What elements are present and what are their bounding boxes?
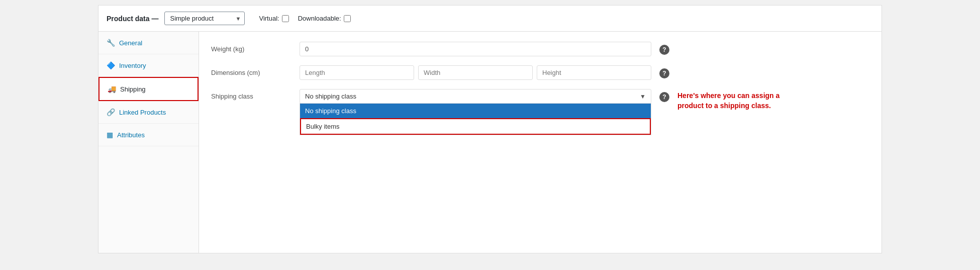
dimensions-group: [300, 65, 651, 80]
virtual-checkbox-item: Virtual:: [259, 15, 288, 22]
weight-label: Weight (kg): [211, 42, 291, 53]
shipping-class-dropdown-list: No shipping class Bulky items: [300, 103, 651, 135]
diamond-icon: 🔷: [107, 61, 115, 69]
shipping-class-control: No shipping class ▼ No shipping class Bu…: [300, 89, 651, 104]
header-checkboxes: Virtual: Downloadable:: [259, 15, 350, 22]
dimensions-row: Dimensions (cm) ?: [211, 65, 869, 80]
downloadable-label: Downloadable:: [298, 15, 341, 22]
shipping-class-row: Shipping class No shipping class ▼ No sh…: [211, 89, 869, 111]
weight-control: [300, 42, 651, 56]
downloadable-checkbox-item: Downloadable:: [298, 15, 351, 22]
weight-help-icon[interactable]: ?: [659, 45, 669, 55]
dropdown-option-no-shipping[interactable]: No shipping class: [300, 104, 651, 118]
dropdown-option-bulky[interactable]: Bulky items: [300, 118, 651, 135]
dimensions-control: [300, 65, 651, 80]
product-type-select-wrap[interactable]: Simple product ▼: [164, 12, 245, 25]
height-input[interactable]: [537, 65, 651, 80]
sidebar-item-general[interactable]: 🔧 General: [99, 32, 199, 54]
sidebar-item-label-general: General: [119, 39, 142, 47]
sidebar-item-label-shipping: Shipping: [120, 85, 146, 93]
shipping-class-help-icon[interactable]: ?: [659, 92, 669, 102]
sidebar-item-label-linked-products: Linked Products: [119, 109, 166, 116]
dimensions-label: Dimensions (cm): [211, 65, 291, 76]
product-type-select[interactable]: Simple product: [164, 12, 245, 25]
virtual-label: Virtual:: [259, 15, 279, 22]
wrench-icon: 🔧: [107, 39, 115, 47]
downloadable-checkbox[interactable]: [344, 15, 351, 22]
product-data-title: Product data —: [107, 15, 158, 23]
sidebar-item-label-inventory: Inventory: [119, 62, 146, 69]
width-input[interactable]: [418, 65, 533, 80]
sidebar-item-label-attributes: Attributes: [117, 131, 145, 139]
shipping-class-selected-value: No shipping class: [305, 93, 356, 100]
link-icon: 🔗: [107, 108, 115, 116]
sidebar-item-attributes[interactable]: ▦ Attributes: [99, 124, 199, 146]
weight-input[interactable]: [300, 42, 651, 56]
dimensions-help-icon[interactable]: ?: [659, 68, 669, 78]
product-data-panel: Product data — Simple product ▼ Virtual:…: [98, 5, 882, 253]
virtual-checkbox[interactable]: [282, 15, 289, 22]
content-panel: Weight (kg) ? Dimensions (cm) ?: [199, 32, 881, 253]
main-content: 🔧 General 🔷 Inventory 🚚 Shipping 🔗 Linke…: [99, 32, 881, 253]
grid-icon: ▦: [107, 131, 113, 139]
truck-icon: 🚚: [108, 85, 116, 93]
shipping-class-annotation: Here's where you can assign a product to…: [677, 91, 788, 111]
sidebar-item-inventory[interactable]: 🔷 Inventory: [99, 54, 199, 77]
sidebar-item-linked-products[interactable]: 🔗 Linked Products: [99, 101, 199, 124]
shipping-class-label: Shipping class: [211, 89, 291, 100]
length-input[interactable]: [300, 65, 414, 80]
weight-row: Weight (kg) ?: [211, 42, 869, 56]
sidebar-item-shipping[interactable]: 🚚 Shipping: [99, 77, 199, 101]
sidebar: 🔧 General 🔷 Inventory 🚚 Shipping 🔗 Linke…: [99, 32, 199, 253]
product-data-header: Product data — Simple product ▼ Virtual:…: [99, 6, 881, 32]
dropdown-arrow-icon: ▼: [640, 93, 646, 100]
shipping-class-dropdown-trigger[interactable]: No shipping class ▼: [300, 89, 651, 104]
